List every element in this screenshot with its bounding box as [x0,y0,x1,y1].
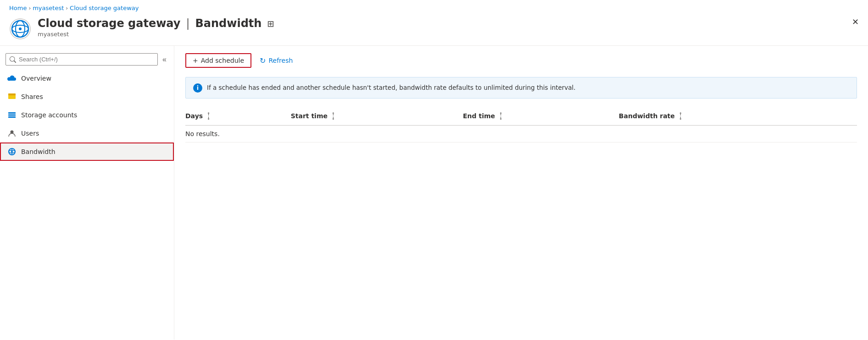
svg-point-4 [19,27,22,30]
storage-icon [7,110,17,120]
users-icon [7,129,17,138]
sort-bandwidth-rate-icon[interactable]: ↑↓ [679,112,683,121]
sidebar-item-bandwidth[interactable]: Bandwidth [0,143,174,161]
close-button[interactable]: ✕ [852,18,859,26]
cloud-icon [7,74,17,83]
toolbar: + Add schedule ↻ Refresh [185,53,857,68]
table-row-empty: No results. [185,126,857,143]
search-field[interactable] [19,56,154,63]
page-header: Cloud storage gateway | Bandwidth ⊞ myas… [0,14,868,45]
search-container: « [0,49,174,69]
svg-rect-9 [8,116,16,118]
header-subtitle: myasetest [38,31,274,38]
add-schedule-label: Add schedule [201,57,244,64]
bandwidth-table: Days ↑↓ Start time ↑↓ End time [185,108,857,143]
header-resource-name: Cloud storage gateway [38,17,180,30]
sort-days-icon[interactable]: ↑↓ [207,112,211,121]
search-icon [10,56,16,63]
no-results-message: No results. [185,126,857,143]
sort-end-time-icon[interactable]: ↑↓ [499,112,503,121]
sidebar-item-shares-label: Shares [21,93,43,100]
sidebar-item-bandwidth-label: Bandwidth [21,148,56,155]
info-icon: i [193,83,202,93]
breadcrumb-home[interactable]: Home [9,5,27,11]
breadcrumb-sep-1: › [28,5,31,11]
pin-icon[interactable]: ⊞ [267,19,274,28]
bandwidth-icon [7,147,17,156]
refresh-icon: ↻ [260,56,266,65]
svg-point-14 [11,151,13,153]
svg-rect-7 [8,112,16,114]
sidebar: « Overview Shares Storage accounts [0,46,174,340]
add-schedule-button[interactable]: + Add schedule [185,53,251,68]
header-title-group: Cloud storage gateway | Bandwidth ⊞ myas… [38,17,274,38]
sort-start-time-icon[interactable]: ↑↓ [332,112,335,121]
sidebar-item-storage-accounts-label: Storage accounts [21,111,77,119]
header-page-name: Bandwidth [195,17,262,30]
header-title: Cloud storage gateway | Bandwidth ⊞ [38,17,274,30]
sidebar-item-users-label: Users [21,130,39,137]
collapse-sidebar-button[interactable]: « [161,54,168,66]
breadcrumb: Home › myasetest › Cloud storage gateway [0,0,868,14]
main-layout: « Overview Shares Storage accounts [0,45,868,340]
table-body: No results. [185,126,857,143]
refresh-label: Refresh [268,57,293,64]
col-bandwidth-rate[interactable]: Bandwidth rate ↑↓ [619,108,857,126]
sidebar-item-overview-label: Overview [21,75,51,82]
breadcrumb-cloud-storage-gateway[interactable]: Cloud storage gateway [70,5,139,11]
sidebar-item-shares[interactable]: Shares [0,88,174,106]
content-area: + Add schedule ↻ Refresh i If a schedule… [174,46,868,340]
breadcrumb-sep-2: › [66,5,68,11]
col-end-time[interactable]: End time ↑↓ [463,108,619,126]
svg-rect-8 [8,115,16,116]
info-banner: i If a schedule has ended and another sc… [185,77,857,99]
breadcrumb-myasetest[interactable]: myasetest [33,5,64,11]
header-separator: | [186,17,189,30]
col-days[interactable]: Days ↑↓ [185,108,291,126]
info-banner-message: If a schedule has ended and another sche… [207,83,576,92]
table-header: Days ↑↓ Start time ↑↓ End time [185,108,857,126]
col-start-time[interactable]: Start time ↑↓ [291,108,463,126]
cloud-storage-gateway-icon [9,18,31,40]
sidebar-item-users[interactable]: Users [0,124,174,143]
shares-icon [7,92,17,101]
add-icon: + [193,57,198,64]
refresh-button[interactable]: ↻ Refresh [253,54,299,68]
sidebar-item-storage-accounts[interactable]: Storage accounts [0,106,174,124]
search-input-wrapper[interactable] [6,53,158,66]
sidebar-item-overview[interactable]: Overview [0,69,174,88]
svg-rect-6 [8,93,16,95]
